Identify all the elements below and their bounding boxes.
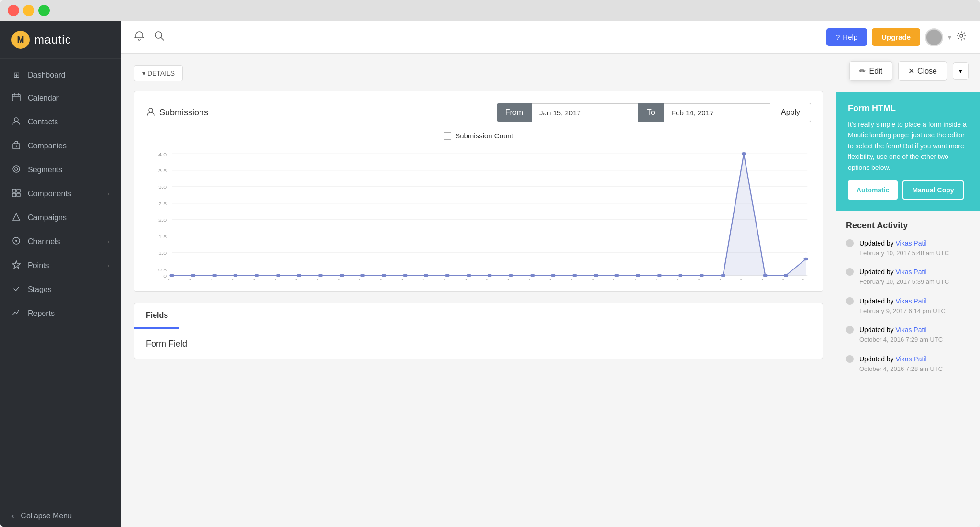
sidebar-item-reports[interactable]: Reports [0,302,121,325]
from-date-input[interactable] [532,103,638,122]
logo-icon: M [11,31,30,49]
recent-activity: Recent Activity Updated by Vikas Patil F… [836,221,980,383]
manual-copy-button[interactable]: Manual Copy [902,180,963,200]
sidebar-item-contacts[interactable]: Contacts [0,110,121,134]
content-area: ✏ Edit ✕ Close ▾ ▾ DETAILS [121,54,980,527]
automatic-button[interactable]: Automatic [848,180,898,200]
svg-text:Feb 7, 17: Feb 7, 17 [641,279,660,280]
minimize-window-button[interactable] [23,5,34,16]
sidebar-item-campaigns[interactable]: Campaigns [0,206,121,230]
sidebar-item-components[interactable]: Components › [0,182,121,206]
activity-text-4: Updated by Vikas Patil October 4, 2016 7… [859,354,943,374]
points-arrow: › [107,262,109,269]
activity-text-2: Updated by Vikas Patil February 9, 2017 … [859,296,946,316]
sidebar-nav: ⊞ Dashboard Calendar Contacts [0,59,121,505]
svg-rect-10 [17,189,20,192]
svg-rect-12 [17,193,20,197]
activity-dot-1 [846,268,854,276]
activity-text-1: Updated by Vikas Patil February 10, 2017… [859,267,949,287]
sidebar-item-calendar[interactable]: Calendar [0,86,121,110]
avatar-image [926,30,942,45]
svg-point-40 [169,274,174,277]
form-html-title: Form HTML [848,103,969,113]
user-dropdown-caret[interactable]: ▾ [948,34,951,41]
sidebar-item-segments[interactable]: Segments [0,158,121,182]
collapse-menu-button[interactable]: ‹ Collapse Menu [11,512,109,520]
svg-text:Feb 11, 17: Feb 11, 17 [723,279,745,280]
sidebar-item-points[interactable]: Points › [0,254,121,278]
to-date-input[interactable] [664,103,770,122]
svg-text:Feb 14, 17: Feb 14, 17 [785,279,807,280]
svg-point-46 [297,274,301,277]
close-window-button[interactable] [8,5,19,16]
activity-dot-2 [846,297,854,305]
upgrade-button[interactable]: Upgrade [872,28,920,46]
svg-text:Feb 13, 17: Feb 13, 17 [765,279,787,280]
tab-content: Form Field [134,329,823,359]
svg-text:Feb 3, 17: Feb 3, 17 [556,279,575,280]
svg-text:Feb 2, 17: Feb 2, 17 [535,279,554,280]
calendar-icon [11,93,21,103]
apply-button[interactable]: Apply [770,103,811,122]
logo-text: mautic [34,33,71,46]
svg-point-50 [382,274,386,277]
to-label: To [638,103,664,122]
svg-point-54 [467,274,471,277]
legend-checkbox[interactable] [444,132,451,140]
svg-text:Jan 25, 17: Jan 25, 17 [364,279,385,280]
bell-icon[interactable] [134,31,145,44]
svg-text:Feb 10, 17: Feb 10, 17 [702,279,724,280]
svg-text:Jan 24, 17: Jan 24, 17 [342,279,363,280]
svg-point-52 [424,274,428,277]
svg-text:Jan 16, 17: Jan 16, 17 [173,279,194,280]
sidebar-item-dashboard[interactable]: ⊞ Dashboard [0,64,121,86]
svg-text:Jan 22, 17: Jan 22, 17 [300,279,321,280]
sidebar-item-channels[interactable]: Channels › [0,230,121,254]
svg-rect-9 [12,189,16,192]
header-icons [134,31,165,44]
edit-icon: ✏ [859,67,866,76]
svg-point-62 [636,274,640,277]
details-toggle[interactable]: ▾ DETAILS [134,65,823,91]
activity-dot-3 [846,326,854,334]
tab-fields[interactable]: Fields [134,303,179,329]
sidebar-item-stages[interactable]: Stages [0,278,121,302]
svg-text:Feb 6, 17: Feb 6, 17 [620,279,639,280]
svg-text:3.5: 3.5 [158,168,167,173]
close-button[interactable]: ✕ Close [898,61,947,81]
channels-icon [11,236,21,247]
svg-point-7 [13,166,20,172]
companies-icon [11,141,21,151]
svg-point-68 [763,274,768,277]
edit-button[interactable]: ✏ Edit [849,61,893,81]
svg-text:Feb 8, 17: Feb 8, 17 [662,279,681,280]
svg-point-57 [530,274,535,277]
svg-text:2.0: 2.0 [158,218,167,223]
app-window: M mautic ⊞ Dashboard Calendar [0,0,980,527]
sidebar-item-companies[interactable]: Companies [0,134,121,158]
svg-text:Jan 17, 17: Jan 17, 17 [194,279,215,280]
svg-point-51 [403,274,407,277]
svg-text:1.0: 1.0 [158,251,167,256]
submissions-header: Submissions From To Apply [146,103,811,122]
svg-text:Jan 19, 17: Jan 19, 17 [236,279,257,280]
action-dropdown-button[interactable]: ▾ [953,62,969,80]
svg-rect-0 [12,94,20,101]
from-label: From [497,103,532,122]
activity-dot-0 [846,239,854,247]
svg-text:Feb 5, 17: Feb 5, 17 [598,279,617,280]
help-icon: ? [836,33,840,41]
settings-icon[interactable] [956,31,967,44]
sidebar-logo: M mautic [0,21,121,59]
avatar[interactable] [925,28,943,46]
svg-text:Feb 1, 17: Feb 1, 17 [514,279,533,280]
header-actions: ? Help Upgrade ▾ [826,28,967,46]
maximize-window-button[interactable] [38,5,50,16]
svg-point-58 [551,274,555,277]
svg-text:Feb 12, 17: Feb 12, 17 [745,279,766,280]
svg-text:3.0: 3.0 [158,185,167,190]
svg-point-45 [276,274,280,277]
help-button[interactable]: ? Help [826,28,867,46]
svg-point-47 [318,274,323,277]
search-icon[interactable] [154,31,165,44]
